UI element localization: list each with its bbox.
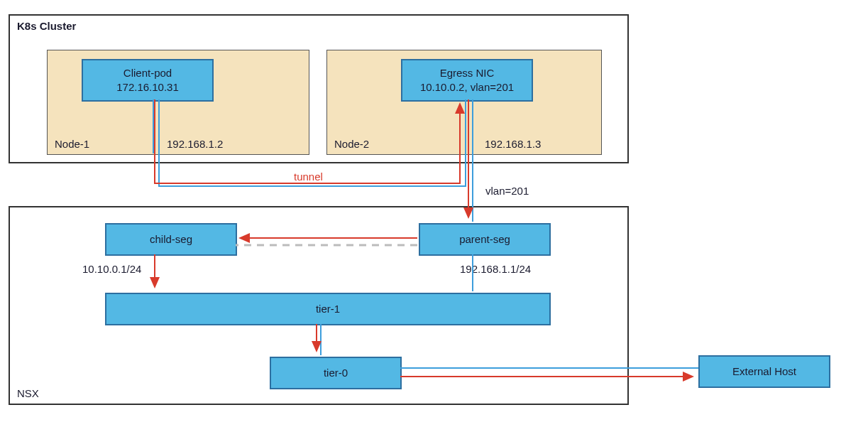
child-seg-label: child-seg bbox=[150, 232, 192, 247]
egress-nic-box: Egress NIC 10.10.0.2, vlan=201 bbox=[401, 59, 533, 102]
node-2-ip: 192.168.1.3 bbox=[485, 138, 541, 150]
tier-0-label: tier-0 bbox=[324, 366, 348, 380]
client-pod-title: Client-pod bbox=[123, 66, 172, 80]
node-2-box: Node-2 192.168.1.3 Egress NIC 10.10.0.2,… bbox=[326, 50, 602, 155]
nsx-title: NSX bbox=[17, 387, 39, 399]
nsx-box: NSX child-seg 10.10.0.1/24 parent-seg 19… bbox=[9, 206, 629, 405]
node-2-label: Node-2 bbox=[334, 138, 369, 150]
node-1-ip: 192.168.1.2 bbox=[167, 138, 223, 150]
vlan-label: vlan=201 bbox=[485, 185, 529, 197]
node-1-label: Node-1 bbox=[55, 138, 89, 150]
tier-1-box: tier-1 bbox=[105, 293, 551, 325]
client-pod-ip: 172.16.10.31 bbox=[116, 80, 179, 94]
parent-seg-ip: 192.168.1.1/24 bbox=[460, 263, 531, 275]
tier-0-box: tier-0 bbox=[270, 357, 402, 389]
k8s-cluster-box: K8s Cluster Node-1 192.168.1.2 Client-po… bbox=[9, 14, 629, 163]
external-host-box: External Host bbox=[698, 355, 830, 388]
external-host-label: External Host bbox=[732, 364, 796, 379]
k8s-cluster-title: K8s Cluster bbox=[17, 20, 76, 32]
child-seg-ip: 10.10.0.1/24 bbox=[82, 263, 141, 275]
child-seg-box: child-seg bbox=[105, 223, 237, 256]
client-pod-box: Client-pod 172.16.10.31 bbox=[82, 59, 214, 102]
tier-1-label: tier-1 bbox=[316, 302, 340, 316]
egress-nic-detail: 10.10.0.2, vlan=201 bbox=[420, 80, 514, 94]
egress-nic-title: Egress NIC bbox=[440, 66, 495, 80]
parent-seg-label: parent-seg bbox=[459, 232, 510, 247]
parent-seg-box: parent-seg bbox=[419, 223, 551, 256]
node-1-box: Node-1 192.168.1.2 Client-pod 172.16.10.… bbox=[47, 50, 309, 155]
diagram-canvas: K8s Cluster Node-1 192.168.1.2 Client-po… bbox=[0, 0, 868, 427]
tunnel-label: tunnel bbox=[294, 171, 323, 183]
